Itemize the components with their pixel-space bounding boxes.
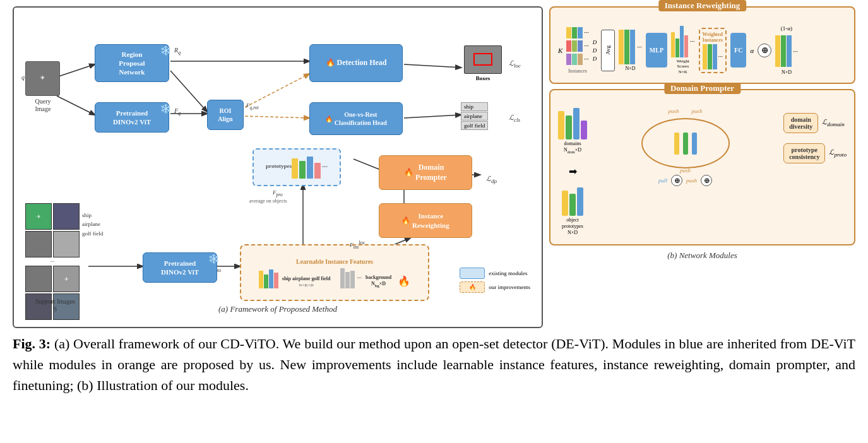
legend: existing modules 🔥 our improvements — [460, 268, 530, 293]
roi-box: ROIAlign — [207, 100, 244, 130]
rpn-freeze-icon: ❄️ — [160, 45, 171, 56]
fqrot-label: Fq,rot — [246, 102, 259, 110]
description-text: Fig. 3: (a) Overall framework of our CD-… — [13, 333, 855, 396]
description-body: (a) Overall framework of our CD-ViTO. We… — [13, 336, 855, 393]
support-class-labels: ship airplane golf field — [82, 211, 103, 238]
det-head-box: 🔥 Detection Head — [309, 44, 403, 82]
domain-diversity-box: domaindiversity — [783, 113, 818, 133]
right-caption: (b) Network Modules — [549, 251, 855, 261]
plus-circle-ir: ⊕ — [758, 44, 771, 57]
svg-line-1 — [57, 96, 95, 115]
plus-dp-2: ⊕ — [701, 175, 712, 186]
rpn-box: RegionProposalNetwork — [95, 44, 169, 82]
left-panel: ✈ QueryImage q RegionProposalNetwork ❄️ … — [13, 6, 543, 328]
right-panel: Instance Reweighting K ··· — [549, 6, 855, 328]
avg-box: Avg — [601, 30, 615, 71]
domain-prompter-box: 🔥 DomainPrompter — [379, 155, 472, 190]
rq-label: Rq — [174, 47, 181, 56]
alpha-label: α — [750, 47, 754, 54]
prototype-consistency-box: prototypeconsistency — [783, 143, 825, 163]
svg-line-0 — [57, 64, 95, 77]
loss-loc: ℒloc — [509, 59, 521, 69]
dino-q-box: PretrainedDINOv2 ViT — [95, 102, 169, 133]
support-label: Support ImagesS — [25, 298, 85, 313]
fig-label: Fig. 3: — [13, 336, 51, 351]
dino-s-box: PretrainedDINOv2 ViT — [143, 252, 217, 283]
query-image-thumbnail: ✈ — [25, 61, 60, 96]
fpro-label: Fpro — [273, 189, 283, 198]
domain-prompter-section: Domain Prompter domainsNdom×D — [549, 89, 855, 245]
weighted-instances-box: WeightedInstances ··· — [699, 28, 727, 73]
svg-line-8 — [404, 115, 461, 118]
mlp-box: MLP — [646, 33, 667, 68]
q-label: q — [21, 74, 25, 81]
dino-s-freeze-icon: ❄️ — [208, 254, 219, 264]
learnable-box: Learnable Instance Features ship airplan… — [240, 244, 429, 301]
fq-label: Fq — [174, 107, 181, 116]
ir-title: Instance Reweighting — [658, 0, 747, 11]
prototypes-box: prototypes ··· — [253, 148, 341, 186]
ovr-box: 🔥 One-vs-RestClassification Head — [309, 102, 403, 135]
query-image-label: QueryImage — [27, 98, 59, 113]
svg-line-3 — [170, 71, 207, 112]
instance-reweighting-section: Instance Reweighting K ··· — [549, 6, 855, 84]
left-caption: (a) Framework of Proposed Method — [19, 304, 537, 314]
inst-reweight-box: 🔥 InstanceReweighting — [379, 203, 472, 238]
page-container: ✈ QueryImage q RegionProposalNetwork ❄️ … — [0, 0, 868, 402]
dp-title: Domain Prompter — [664, 83, 740, 94]
diagram-left: ✈ QueryImage q RegionProposalNetwork ❄️ … — [19, 14, 537, 304]
fins-lea-label: Finslea — [350, 240, 364, 250]
svg-line-6 — [245, 116, 309, 118]
boxes-area: Boxes — [461, 44, 505, 82]
fc-box: FC — [730, 33, 746, 68]
loss-dp: ℒdp — [486, 175, 497, 184]
loss-proto: ℒproto — [829, 148, 847, 158]
plus-dp-1: ⊕ — [671, 175, 682, 186]
dino-q-freeze-icon: ❄️ — [160, 103, 171, 114]
figure-area: ✈ QueryImage q RegionProposalNetwork ❄️ … — [13, 6, 855, 328]
cls-labels-area: ship airplane golf field — [461, 102, 488, 130]
loss-domain: ℒdomain — [822, 118, 844, 127]
avg-on-objects: average on objects — [249, 198, 287, 204]
loss-cls: ℒcls — [509, 114, 520, 123]
svg-line-7 — [404, 64, 461, 68]
